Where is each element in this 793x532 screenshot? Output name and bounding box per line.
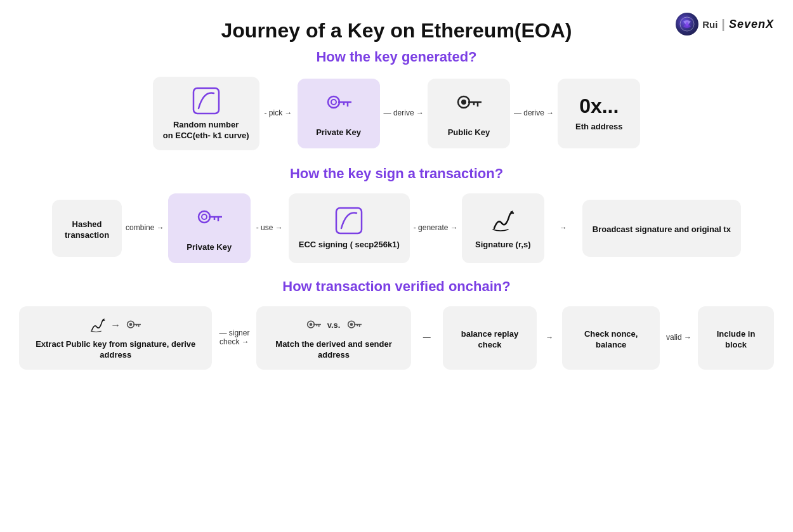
ecc-label: ECC signing ( secp256k1)	[299, 240, 400, 250]
arrow-use: - use →	[251, 223, 289, 233]
match-key2-icon	[344, 315, 364, 335]
section-key-generated: How the key generated? Random numberon E…	[19, 49, 774, 150]
arrow-balance-replay-label: —	[423, 333, 431, 342]
section-key-sign: How the key sign a transaction? Hashedtr…	[19, 165, 774, 263]
section3-flow: → Extract Public key from signature, der…	[19, 306, 774, 370]
svg-rect-17	[336, 208, 362, 233]
random-label: Random numberon ECC(eth- k1 curve)	[163, 120, 249, 141]
svg-point-32	[350, 323, 353, 326]
hashed-tx-label: Hashedtransaction	[65, 219, 109, 241]
svg-rect-1	[193, 88, 219, 114]
arrow-pick-label: - pick →	[265, 108, 292, 117]
svg-point-6	[331, 100, 336, 105]
box-eth-address: 0x... Eth address	[558, 79, 640, 148]
arrow-combine: combine →	[122, 223, 168, 233]
box-replay-check: balance replay check	[443, 306, 537, 370]
box-private-key-2: Private Key	[168, 193, 251, 263]
section2-title: How the key sign a transaction?	[19, 165, 774, 182]
box-include-block: Include in block	[698, 306, 774, 370]
private-key-label-2: Private Key	[187, 242, 232, 253]
svg-point-22	[129, 323, 133, 326]
arrow-derive-2-label: — derive →	[514, 108, 554, 117]
match-key1-icon	[303, 315, 324, 335]
box-hashed-tx: Hashedtransaction	[52, 200, 122, 257]
arrow-signer: — signercheck →	[212, 328, 256, 347]
arrow-derive-2: — derive →	[510, 108, 558, 119]
match-label: Match the derived and sender address	[266, 339, 400, 361]
svg-point-12	[199, 211, 210, 223]
box-extract: → Extract Public key from signature, der…	[19, 306, 212, 370]
box-nonce: Check nonce, balance	[562, 306, 660, 370]
section1-title: How the key generated?	[19, 49, 774, 65]
extract-label: Extract Public key from signature, deriv…	[29, 339, 202, 361]
public-key-icon	[451, 88, 487, 124]
section2-flow: Hashedtransaction combine → Private Key …	[19, 193, 774, 263]
box-ecc-signing: ECC signing ( secp256k1)	[289, 193, 410, 263]
arrow-valid: valid →	[660, 333, 698, 343]
arrow-to-nonce: →	[537, 333, 562, 343]
arrow-derive-1: — derive →	[380, 108, 428, 119]
include-block-label: Include in block	[708, 329, 764, 351]
public-key-label: Public Key	[448, 127, 490, 138]
section3-title: How transaction verified onchain?	[19, 278, 774, 295]
signature-label: Signature (r,s)	[475, 240, 530, 250]
box-match: v.s. Match the derived and sender addres…	[256, 306, 410, 370]
private-key-icon-1	[321, 88, 357, 124]
arrow-combine-label: combine →	[126, 223, 164, 232]
box-private-key-1: Private Key	[298, 79, 380, 148]
nonce-label: Check nonce, balance	[572, 329, 650, 351]
replay-label: balance replay check	[453, 329, 527, 351]
arrow-broadcast-sym: →	[560, 223, 567, 232]
arrow-generate: - generate →	[410, 223, 462, 233]
arrow-balance-replay: —	[411, 333, 443, 343]
arrow-valid-label: valid →	[666, 333, 691, 342]
arrow-to-nonce-sym: →	[546, 333, 553, 342]
box-signature: Signature (r,s)	[462, 193, 544, 263]
arrow-use-label: - use →	[256, 223, 283, 232]
section1-flow: Random numberon ECC(eth- k1 curve) - pic…	[19, 77, 774, 150]
box-broadcast: Broadcast signature and original tx	[582, 200, 741, 257]
signature-icon	[488, 205, 518, 236]
extract-key-icon	[123, 315, 143, 335]
page-title: Journey of a Key on Ethereum(EOA)	[19, 13, 774, 42]
broadcast-label: Broadcast signature and original tx	[593, 224, 731, 235]
arrow-generate-label: - generate →	[414, 223, 458, 232]
ecc-icon	[334, 205, 364, 236]
svg-point-11	[461, 100, 466, 105]
svg-point-16	[202, 214, 207, 219]
eth-addr-display: 0x...	[579, 94, 619, 118]
logo-area: Rui | SevenX	[676, 13, 774, 36]
arrow-pick: - pick →	[259, 108, 298, 119]
logo-icon	[676, 13, 698, 36]
arrow-broadcast: →	[544, 223, 582, 233]
random-icon	[191, 86, 221, 116]
box-public-key: Public Key	[428, 79, 510, 148]
svg-point-27	[309, 323, 312, 326]
extract-sig-icon	[88, 315, 108, 335]
private-key-label-1: Private Key	[316, 127, 361, 138]
logo-brand: SevenX	[729, 18, 774, 31]
svg-point-2	[328, 96, 339, 108]
private-key-icon-2	[192, 203, 227, 238]
logo-name: Rui	[702, 19, 718, 30]
logo-separator: |	[721, 17, 725, 32]
arrow-signer-label: — signercheck →	[219, 328, 249, 346]
eth-addr-label: Eth address	[575, 122, 622, 133]
section-tx-verified: How transaction verified onchain? →	[19, 278, 774, 370]
arrow-derive-1-label: — derive →	[384, 108, 424, 117]
box-random: Random numberon ECC(eth- k1 curve)	[153, 77, 259, 150]
